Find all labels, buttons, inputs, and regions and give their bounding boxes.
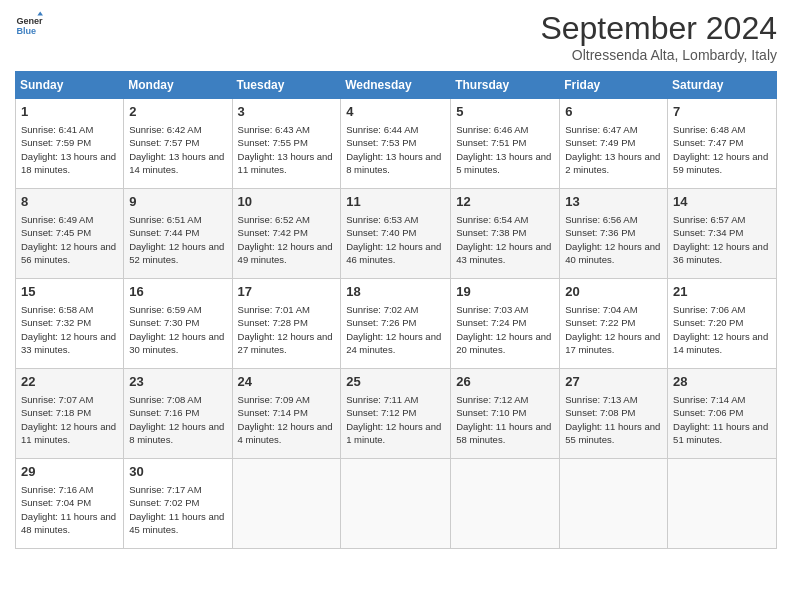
sunset-text: Sunset: 7:59 PM [21, 137, 91, 148]
day-number: 30 [129, 463, 226, 481]
day-cell-10: 10Sunrise: 6:52 AMSunset: 7:42 PMDayligh… [232, 189, 341, 279]
sunset-text: Sunset: 7:14 PM [238, 407, 308, 418]
day-cell-26: 26Sunrise: 7:12 AMSunset: 7:10 PMDayligh… [451, 369, 560, 459]
sunset-text: Sunset: 7:51 PM [456, 137, 526, 148]
daylight-text: Daylight: 12 hours and 52 minutes. [129, 241, 224, 265]
day-cell-24: 24Sunrise: 7:09 AMSunset: 7:14 PMDayligh… [232, 369, 341, 459]
sunset-text: Sunset: 7:08 PM [565, 407, 635, 418]
daylight-text: Daylight: 11 hours and 58 minutes. [456, 421, 551, 445]
empty-cell [232, 459, 341, 549]
day-number: 8 [21, 193, 118, 211]
day-number: 16 [129, 283, 226, 301]
sunrise-text: Sunrise: 6:58 AM [21, 304, 93, 315]
week-row-1: 1Sunrise: 6:41 AMSunset: 7:59 PMDaylight… [16, 99, 777, 189]
day-number: 5 [456, 103, 554, 121]
week-row-2: 8Sunrise: 6:49 AMSunset: 7:45 PMDaylight… [16, 189, 777, 279]
daylight-text: Daylight: 12 hours and 36 minutes. [673, 241, 768, 265]
daylight-text: Daylight: 12 hours and 4 minutes. [238, 421, 333, 445]
week-row-3: 15Sunrise: 6:58 AMSunset: 7:32 PMDayligh… [16, 279, 777, 369]
title-area: September 2024 Oltressenda Alta, Lombard… [540, 10, 777, 63]
sunrise-text: Sunrise: 7:07 AM [21, 394, 93, 405]
day-number: 3 [238, 103, 336, 121]
sunset-text: Sunset: 7:36 PM [565, 227, 635, 238]
daylight-text: Daylight: 12 hours and 59 minutes. [673, 151, 768, 175]
sunrise-text: Sunrise: 6:51 AM [129, 214, 201, 225]
daylight-text: Daylight: 12 hours and 49 minutes. [238, 241, 333, 265]
day-cell-17: 17Sunrise: 7:01 AMSunset: 7:28 PMDayligh… [232, 279, 341, 369]
empty-cell [668, 459, 777, 549]
sunset-text: Sunset: 7:28 PM [238, 317, 308, 328]
day-number: 19 [456, 283, 554, 301]
sunset-text: Sunset: 7:53 PM [346, 137, 416, 148]
page-header: General Blue September 2024 Oltressenda … [15, 10, 777, 63]
day-number: 22 [21, 373, 118, 391]
sunset-text: Sunset: 7:49 PM [565, 137, 635, 148]
sunrise-text: Sunrise: 7:06 AM [673, 304, 745, 315]
svg-text:General: General [16, 16, 43, 26]
daylight-text: Daylight: 13 hours and 14 minutes. [129, 151, 224, 175]
day-cell-23: 23Sunrise: 7:08 AMSunset: 7:16 PMDayligh… [124, 369, 232, 459]
day-cell-28: 28Sunrise: 7:14 AMSunset: 7:06 PMDayligh… [668, 369, 777, 459]
sunset-text: Sunset: 7:34 PM [673, 227, 743, 238]
weekday-header-monday: Monday [124, 72, 232, 99]
sunrise-text: Sunrise: 6:56 AM [565, 214, 637, 225]
empty-cell [560, 459, 668, 549]
daylight-text: Daylight: 12 hours and 17 minutes. [565, 331, 660, 355]
day-number: 10 [238, 193, 336, 211]
weekday-header-saturday: Saturday [668, 72, 777, 99]
daylight-text: Daylight: 13 hours and 5 minutes. [456, 151, 551, 175]
sunset-text: Sunset: 7:26 PM [346, 317, 416, 328]
day-number: 23 [129, 373, 226, 391]
sunset-text: Sunset: 7:55 PM [238, 137, 308, 148]
day-cell-20: 20Sunrise: 7:04 AMSunset: 7:22 PMDayligh… [560, 279, 668, 369]
sunset-text: Sunset: 7:18 PM [21, 407, 91, 418]
day-cell-21: 21Sunrise: 7:06 AMSunset: 7:20 PMDayligh… [668, 279, 777, 369]
sunrise-text: Sunrise: 7:09 AM [238, 394, 310, 405]
day-number: 24 [238, 373, 336, 391]
day-cell-12: 12Sunrise: 6:54 AMSunset: 7:38 PMDayligh… [451, 189, 560, 279]
sunrise-text: Sunrise: 6:59 AM [129, 304, 201, 315]
sunrise-text: Sunrise: 7:12 AM [456, 394, 528, 405]
sunrise-text: Sunrise: 7:02 AM [346, 304, 418, 315]
sunset-text: Sunset: 7:06 PM [673, 407, 743, 418]
daylight-text: Daylight: 12 hours and 30 minutes. [129, 331, 224, 355]
sunrise-text: Sunrise: 7:13 AM [565, 394, 637, 405]
sunrise-text: Sunrise: 6:41 AM [21, 124, 93, 135]
sunset-text: Sunset: 7:47 PM [673, 137, 743, 148]
day-cell-27: 27Sunrise: 7:13 AMSunset: 7:08 PMDayligh… [560, 369, 668, 459]
sunset-text: Sunset: 7:22 PM [565, 317, 635, 328]
day-number: 12 [456, 193, 554, 211]
daylight-text: Daylight: 11 hours and 55 minutes. [565, 421, 660, 445]
daylight-text: Daylight: 12 hours and 20 minutes. [456, 331, 551, 355]
daylight-text: Daylight: 11 hours and 51 minutes. [673, 421, 768, 445]
sunrise-text: Sunrise: 7:11 AM [346, 394, 418, 405]
sunrise-text: Sunrise: 6:44 AM [346, 124, 418, 135]
weekday-header-thursday: Thursday [451, 72, 560, 99]
day-number: 20 [565, 283, 662, 301]
logo: General Blue [15, 10, 43, 38]
empty-cell [451, 459, 560, 549]
day-cell-2: 2Sunrise: 6:42 AMSunset: 7:57 PMDaylight… [124, 99, 232, 189]
day-number: 29 [21, 463, 118, 481]
sunset-text: Sunset: 7:40 PM [346, 227, 416, 238]
week-row-4: 22Sunrise: 7:07 AMSunset: 7:18 PMDayligh… [16, 369, 777, 459]
daylight-text: Daylight: 11 hours and 48 minutes. [21, 511, 116, 535]
location-title: Oltressenda Alta, Lombardy, Italy [540, 47, 777, 63]
sunrise-text: Sunrise: 7:03 AM [456, 304, 528, 315]
day-cell-15: 15Sunrise: 6:58 AMSunset: 7:32 PMDayligh… [16, 279, 124, 369]
weekday-header-friday: Friday [560, 72, 668, 99]
sunrise-text: Sunrise: 6:48 AM [673, 124, 745, 135]
daylight-text: Daylight: 12 hours and 14 minutes. [673, 331, 768, 355]
sunrise-text: Sunrise: 7:16 AM [21, 484, 93, 495]
month-title: September 2024 [540, 10, 777, 47]
day-cell-16: 16Sunrise: 6:59 AMSunset: 7:30 PMDayligh… [124, 279, 232, 369]
day-cell-19: 19Sunrise: 7:03 AMSunset: 7:24 PMDayligh… [451, 279, 560, 369]
sunrise-text: Sunrise: 6:53 AM [346, 214, 418, 225]
sunset-text: Sunset: 7:10 PM [456, 407, 526, 418]
day-cell-22: 22Sunrise: 7:07 AMSunset: 7:18 PMDayligh… [16, 369, 124, 459]
sunset-text: Sunset: 7:57 PM [129, 137, 199, 148]
day-cell-9: 9Sunrise: 6:51 AMSunset: 7:44 PMDaylight… [124, 189, 232, 279]
day-number: 7 [673, 103, 771, 121]
sunset-text: Sunset: 7:12 PM [346, 407, 416, 418]
day-cell-5: 5Sunrise: 6:46 AMSunset: 7:51 PMDaylight… [451, 99, 560, 189]
